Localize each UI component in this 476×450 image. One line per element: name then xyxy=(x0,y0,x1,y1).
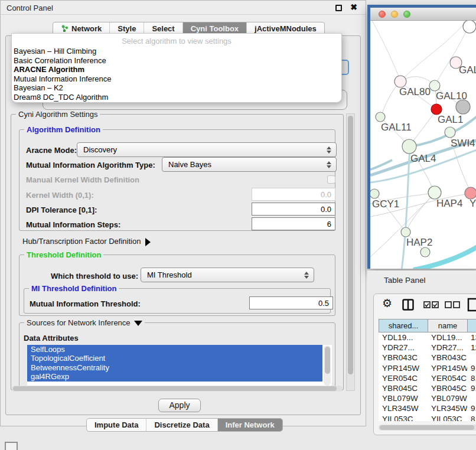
document-icon[interactable] xyxy=(467,298,476,312)
algorithm-option[interactable]: Dream8 DC_TDC Algorithm xyxy=(12,93,341,102)
network-node[interactable] xyxy=(456,100,470,114)
table-cell: YER054C xyxy=(428,373,467,383)
network-node-gcy1[interactable] xyxy=(370,189,379,198)
which-threshold-value: MI Threshold xyxy=(141,270,302,279)
algorithm-popup-prompt: Select algorithm to view settings xyxy=(12,34,341,47)
network-node[interactable] xyxy=(463,21,476,33)
mi-threshold-field[interactable] xyxy=(249,296,333,309)
attributes-scrollbar[interactable] xyxy=(324,345,331,386)
data-attribute-item[interactable]: TopologicalCoefficient xyxy=(27,354,322,363)
network-edge xyxy=(381,82,400,116)
table-panel-title: Table Panel xyxy=(384,276,426,285)
aracne-mode-select[interactable]: Discovery xyxy=(77,142,337,157)
bottom-tab-impute-data[interactable]: Impute Data xyxy=(87,419,146,431)
tab-label: jActiveMNodules xyxy=(255,24,317,33)
close-icon[interactable]: ✖ xyxy=(350,2,357,12)
table-row[interactable]: YIL053CYIL053C8. xyxy=(379,414,476,422)
table-cell: 13 xyxy=(467,332,476,343)
control-panel-titlebar: Control Panel ✖ xyxy=(1,1,366,15)
settings-vscrollbar[interactable] xyxy=(346,113,355,391)
apply-button[interactable]: Apply xyxy=(158,399,201,412)
algorithm-option[interactable]: Bayesian – Hill Climbing xyxy=(12,47,341,56)
network-node-y[interactable] xyxy=(465,187,476,199)
node-label: GAL1 xyxy=(438,114,463,125)
minimize-traffic-light-icon[interactable] xyxy=(391,11,398,18)
data-attribute-item[interactable]: gal4RGexp xyxy=(27,372,322,381)
table-cell: YER054C xyxy=(379,373,428,383)
table-row[interactable]: YBL079WYBL079W xyxy=(379,393,476,403)
table-cell: 9. xyxy=(467,363,476,373)
gear-icon[interactable]: ⚙ xyxy=(382,296,392,310)
node-label: Y xyxy=(470,198,476,209)
network-node-swi4[interactable] xyxy=(445,127,455,138)
network-node-gal4[interactable] xyxy=(402,139,416,154)
close-traffic-light-icon[interactable] xyxy=(379,11,386,18)
table-row[interactable]: YLR345WYLR345W9. xyxy=(379,403,476,413)
table-row[interactable]: YBR043CYBR043C xyxy=(379,353,476,363)
table-row[interactable]: YER054CYER054C8. xyxy=(379,373,476,383)
network-node-gal11[interactable] xyxy=(376,112,385,122)
node-label: GAL11 xyxy=(381,122,412,133)
network-node-gal10[interactable] xyxy=(429,80,440,91)
manual-kernel-checkbox xyxy=(327,175,335,184)
table-row[interactable]: YPR145WYPR145W9. xyxy=(379,363,476,373)
algorithm-option[interactable]: Bayesian – K2 xyxy=(12,83,341,93)
table-row[interactable]: YDR27...YDR27...12 xyxy=(379,343,476,353)
table-cell: YPR145W xyxy=(428,363,467,373)
attribute-table: shared...nameA YDL19...YDL19...13YDR27..… xyxy=(379,319,476,421)
kernel-width-field xyxy=(252,188,335,201)
dpi-tolerance-field[interactable] xyxy=(252,203,335,216)
bottom-tab-discretize-data[interactable]: Discretize Data xyxy=(146,419,217,431)
network-node-hap2[interactable] xyxy=(401,227,410,237)
column-header-shared-[interactable]: shared... xyxy=(379,319,428,332)
unchecked-pair-icon[interactable] xyxy=(445,301,460,308)
table-cell: YIL053C xyxy=(379,414,428,422)
control-panel-title: Control Panel xyxy=(6,4,53,12)
algorithm-popup-list: Bayesian – Hill ClimbingBasic Correlatio… xyxy=(12,47,341,102)
algorithm-option[interactable]: Basic Correlation Inference xyxy=(12,56,341,66)
network-node-gal1[interactable] xyxy=(431,104,442,115)
network-node-hap4[interactable] xyxy=(428,186,441,199)
node-label: GAL10 xyxy=(436,90,467,102)
data-attribute-item[interactable]: BetweennessCentrality xyxy=(27,363,322,372)
algorithm-option[interactable]: ARACNE Algorithm xyxy=(12,65,341,74)
spinner-icon xyxy=(302,272,311,279)
float-icon[interactable] xyxy=(335,5,342,11)
spinner-icon xyxy=(324,161,334,168)
data-attribute-item[interactable]: SelfLoops xyxy=(27,345,322,354)
mi-steps-field[interactable] xyxy=(252,217,335,230)
hub-definition-expander[interactable]: Hub/Transcription Factor Definition xyxy=(22,237,151,246)
network-titlebar[interactable] xyxy=(370,8,476,21)
bottom-tab-infer-network[interactable]: Infer Network xyxy=(218,419,282,431)
network-node[interactable] xyxy=(420,247,430,257)
mi-threshold-label: Mutual Information Threshold: xyxy=(30,299,141,308)
table-cell: YBR045C xyxy=(428,383,467,393)
which-threshold-select[interactable]: MI Threshold xyxy=(141,268,314,282)
network-edge xyxy=(435,24,470,85)
zoom-traffic-light-icon[interactable] xyxy=(403,11,410,18)
settings-hscrollbar[interactable] xyxy=(12,386,343,392)
algorithm-definition-legend: Algorithm Definition xyxy=(24,125,103,134)
hub-definition-label: Hub/Transcription Factor Definition xyxy=(22,237,141,246)
node-label: GAL xyxy=(459,64,476,76)
mi-type-select[interactable]: Naive Bayes xyxy=(162,157,337,172)
table-row[interactable]: YBR045CYBR045C9. xyxy=(379,383,476,393)
table-row[interactable]: YDL19...YDL19...13 xyxy=(379,332,476,343)
network-edge xyxy=(402,21,468,80)
table-cell: YDR27... xyxy=(428,343,467,353)
table-hscrollbar[interactable] xyxy=(379,425,476,431)
minimized-window-fragment[interactable] xyxy=(5,442,18,450)
table-cell: YPR145W xyxy=(379,363,428,373)
network-view-window: GALGAL80GAL10GAL1GAL11SWI4GAL4GCY1HAP4YH… xyxy=(367,5,476,269)
mi-type-label: Mutual Information Algorithm Type: xyxy=(26,161,155,169)
expanded-arrow-icon xyxy=(134,321,142,326)
node-label: GAL80 xyxy=(399,86,431,97)
sources-legend[interactable]: Sources for Network Inference xyxy=(24,318,145,327)
network-node-gal80[interactable] xyxy=(395,76,406,87)
split-columns-icon[interactable] xyxy=(402,299,414,311)
algorithm-option[interactable]: Mutual Information Inference xyxy=(12,74,341,84)
column-header-a[interactable]: A xyxy=(467,319,476,332)
column-header-name[interactable]: name xyxy=(428,319,467,332)
table-cell: YDL19... xyxy=(428,332,467,343)
checked-pair-icon[interactable] xyxy=(423,301,439,308)
